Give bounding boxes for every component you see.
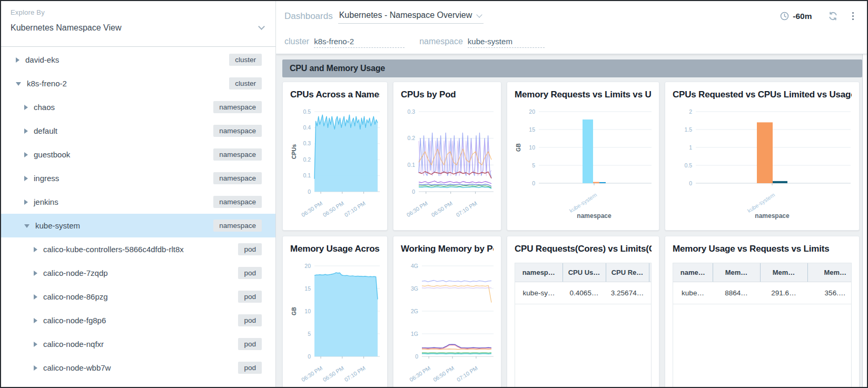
namespace-filter-value[interactable]: kube-system bbox=[468, 37, 545, 48]
filter-bar: cluster k8s-freno-2 namespace kube-syste… bbox=[276, 31, 867, 54]
table-header-cell[interactable]: Mem… bbox=[807, 263, 852, 282]
refresh-icon[interactable] bbox=[828, 11, 838, 21]
svg-text:15: 15 bbox=[529, 126, 535, 133]
tree-item-k8s-freno-2[interactable]: k8s-freno-2cluster bbox=[1, 72, 275, 95]
view-selector-value: Kubernetes Namespace View bbox=[11, 23, 266, 33]
table-header-cell[interactable]: CPU Us… bbox=[563, 263, 606, 282]
chart-plot[interactable]: 20151050GB06:30 PM06:50 PM07:10 PM bbox=[290, 258, 380, 387]
svg-text:namespace: namespace bbox=[755, 212, 790, 220]
kebab-menu-icon[interactable] bbox=[851, 11, 856, 22]
chart-plot[interactable]: name…Mem…Mem…Mem…kube…8864…291.6…356.… bbox=[673, 263, 852, 387]
tree-item-calico-node-fg8p6[interactable]: calico-node-fg8p6pod bbox=[1, 309, 275, 332]
chart-title: Memory Requests vs Limits vs Usage bbox=[515, 89, 652, 103]
chart-card: CPU Requests(Cores) vs Limits(Cores) nam… bbox=[507, 236, 659, 387]
chart-card: Memory Requests vs Limits vs Usage 20151… bbox=[507, 82, 659, 231]
tree-item-calico-kube-controllers-5866c4dfdb-rlt8x[interactable]: calico-kube-controllers-5866c4dfdb-rlt8x… bbox=[1, 237, 275, 261]
svg-text:5: 5 bbox=[308, 331, 311, 337]
tree-item-label: calico-kube-controllers-5866c4dfdb-rlt8x bbox=[43, 245, 184, 254]
tree-item-label: calico-node-nqfxr bbox=[43, 340, 104, 349]
chart-title: Working Memory by Pod bbox=[401, 244, 494, 257]
tree-item-david-eks[interactable]: david-ekscluster bbox=[1, 48, 275, 72]
type-badge: pod bbox=[238, 362, 262, 374]
chevron-right-icon[interactable] bbox=[34, 342, 37, 347]
chart-plot[interactable]: 4G3G2G1G006:30 PM06:50 PM07:10 PM bbox=[401, 258, 494, 387]
svg-text:0.4: 0.4 bbox=[303, 124, 311, 131]
chart-card: CPUs by Pod 0.30.20.1006:30 PM06:50 PM07… bbox=[393, 82, 501, 231]
chart-plot[interactable]: 21.510.50kube-systemnamespace bbox=[673, 104, 852, 224]
table-header-cell[interactable]: CPU Re… bbox=[606, 263, 649, 282]
cluster-filter-value[interactable]: k8s-freno-2 bbox=[314, 37, 405, 48]
svg-text:kube-system: kube-system bbox=[746, 191, 776, 214]
svg-text:0.5: 0.5 bbox=[303, 108, 311, 115]
tree-item-ingress[interactable]: ingressnamespace bbox=[1, 166, 275, 190]
scrollbar-gutter[interactable] bbox=[862, 54, 867, 387]
chart-plot[interactable]: 20151050GBkube-systemnamespace bbox=[515, 104, 652, 224]
resource-tree: david-eksclusterk8s-freno-2clusterchaosn… bbox=[1, 47, 275, 387]
chevron-right-icon[interactable] bbox=[16, 57, 19, 63]
svg-text:0: 0 bbox=[412, 188, 415, 195]
chevron-right-icon[interactable] bbox=[24, 176, 28, 181]
clock-icon[interactable] bbox=[780, 12, 789, 21]
svg-text:07:10 PM: 07:10 PM bbox=[455, 200, 478, 218]
tree-item-label: ingress bbox=[34, 174, 59, 183]
dashboards-label: Dashboards bbox=[284, 11, 333, 22]
chevron-down-icon[interactable] bbox=[16, 82, 21, 86]
tree-item-jenkins[interactable]: jenkinsnamespace bbox=[1, 190, 275, 214]
tree-item-guestbook[interactable]: guestbooknamespace bbox=[1, 143, 275, 166]
tree-item-default[interactable]: defaultnamespace bbox=[1, 119, 275, 143]
table-header-cell[interactable]: Mem… bbox=[760, 263, 807, 282]
tree-item-kube-system[interactable]: kube-systemnamespace bbox=[1, 214, 275, 237]
chevron-down-icon[interactable] bbox=[24, 224, 29, 228]
tree-item-label: default bbox=[34, 126, 57, 135]
table-header-cell[interactable]: Mem… bbox=[713, 263, 760, 282]
chevron-right-icon[interactable] bbox=[24, 128, 28, 134]
chart-title: CPUs Requested vs CPUs Limited vs Usage bbox=[673, 89, 852, 103]
chart-grid: CPUs Across a Namespace 0.50.40.30.20.10… bbox=[282, 82, 862, 387]
table-header-cell[interactable]: name… bbox=[673, 263, 713, 282]
svg-text:0.1: 0.1 bbox=[407, 162, 415, 168]
chevron-right-icon[interactable] bbox=[34, 271, 37, 276]
chevron-down-icon bbox=[477, 12, 482, 17]
svg-text:06:30 PM: 06:30 PM bbox=[300, 365, 323, 383]
dashboard-select[interactable]: Kubernetes - Namespace Overview bbox=[338, 8, 484, 24]
chart-card: Working Memory by Pod 4G3G2G1G006:30 PM0… bbox=[393, 236, 501, 387]
chevron-right-icon[interactable] bbox=[24, 105, 28, 110]
chevron-right-icon[interactable] bbox=[34, 247, 37, 252]
tree-item-calico-node-nqfxr[interactable]: calico-node-nqfxrpod bbox=[1, 332, 275, 356]
chevron-right-icon[interactable] bbox=[34, 318, 37, 323]
svg-text:2: 2 bbox=[689, 108, 692, 115]
section-header-cpu-memory[interactable]: CPU and Memory Usage bbox=[282, 59, 862, 77]
tree-item-calico-node-86pzg[interactable]: calico-node-86pzgpod bbox=[1, 285, 275, 309]
app-window: Explore By Kubernetes Namespace View dav… bbox=[0, 0, 868, 388]
type-badge: pod bbox=[238, 338, 262, 350]
chevron-right-icon[interactable] bbox=[34, 294, 37, 300]
chart-plot[interactable]: namesp…CPU Us…CPU Re…kube-sy…0.4065…3.25… bbox=[515, 263, 652, 387]
svg-text:1: 1 bbox=[689, 144, 692, 151]
svg-text:0.2: 0.2 bbox=[303, 156, 311, 163]
tree-item-calico-node-7zqdp[interactable]: calico-node-7zqdppod bbox=[1, 261, 275, 285]
table-header-cell[interactable] bbox=[649, 263, 652, 282]
table-header-cell[interactable]: namesp… bbox=[515, 263, 563, 282]
chevron-right-icon[interactable] bbox=[24, 200, 28, 205]
svg-text:0: 0 bbox=[308, 353, 311, 360]
chart-plot[interactable]: 0.50.40.30.20.10CPUs06:30 PM06:50 PM07:1… bbox=[290, 104, 380, 224]
tree-item-label: calico-node-fg8p6 bbox=[43, 316, 106, 325]
chevron-right-icon[interactable] bbox=[24, 152, 28, 157]
tree-item-calico-node-wbb7w[interactable]: calico-node-wbb7wpod bbox=[1, 356, 275, 380]
table-cell: 356.… bbox=[807, 282, 852, 304]
svg-text:07:10 PM: 07:10 PM bbox=[456, 365, 479, 383]
svg-text:06:30 PM: 06:30 PM bbox=[408, 365, 431, 383]
svg-text:10: 10 bbox=[304, 308, 311, 314]
view-selector[interactable]: Explore By Kubernetes Namespace View bbox=[1, 1, 275, 47]
chart-card: CPUs Across a Namespace 0.50.40.30.20.10… bbox=[282, 82, 388, 231]
svg-text:1G: 1G bbox=[411, 331, 418, 337]
dashboard-topbar: Dashboards Kubernetes - Namespace Overvi… bbox=[276, 1, 867, 54]
chart-plot[interactable]: 0.30.20.1006:30 PM06:50 PM07:10 PM bbox=[401, 104, 494, 224]
chevron-right-icon[interactable] bbox=[34, 365, 37, 371]
svg-text:3G: 3G bbox=[411, 285, 418, 292]
svg-text:0.5: 0.5 bbox=[684, 162, 692, 168]
tree-item-label: calico-node-wbb7w bbox=[43, 363, 111, 372]
tree-item-chaos[interactable]: chaosnamespace bbox=[1, 95, 275, 119]
time-range-value[interactable]: -60m bbox=[793, 12, 812, 21]
data-table: namesp…CPU Us…CPU Re…kube-sy…0.4065…3.25… bbox=[515, 263, 652, 387]
